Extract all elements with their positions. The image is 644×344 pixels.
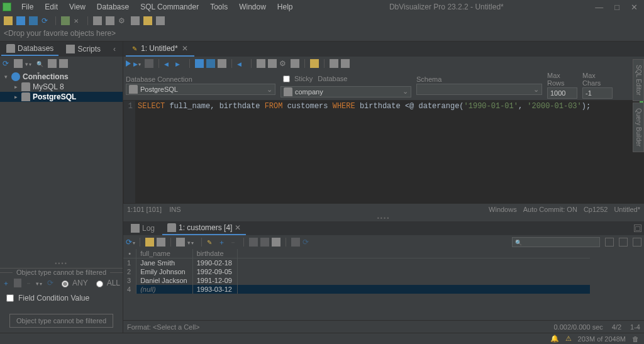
window-close-button[interactable]: ✕ <box>631 3 638 12</box>
cell[interactable]: (null) <box>136 285 193 294</box>
result-grid[interactable]: • full_name birthdate 1 Jane Smith 1990-… <box>123 249 644 294</box>
side-tab-query-builder[interactable]: Query Builder <box>633 103 644 152</box>
edit-row-icon[interactable] <box>207 238 216 247</box>
close-tab-icon[interactable]: ✕ <box>182 44 188 53</box>
filter-add-icon[interactable] <box>3 279 10 287</box>
tree-tool-icon[interactable] <box>48 59 57 68</box>
menu-sql-commander[interactable]: SQL Commander <box>135 1 204 13</box>
tree-new-icon[interactable] <box>14 59 23 68</box>
text-view-icon[interactable] <box>619 238 628 247</box>
menu-database[interactable]: Database <box>92 1 134 13</box>
reload-icon[interactable] <box>126 238 135 247</box>
tab-scripts[interactable]: Scripts <box>61 43 106 55</box>
cell[interactable]: Jane Smith <box>136 258 193 268</box>
menu-file[interactable]: File <box>16 1 38 13</box>
maxchars-input[interactable]: -1 <box>582 87 613 99</box>
window-minimize-button[interactable]: — <box>595 3 603 12</box>
format-icon[interactable] <box>257 59 265 68</box>
save-as-icon[interactable] <box>206 59 215 68</box>
filter-apply-button[interactable]: Object type cannot be filtered <box>9 314 113 328</box>
sticky-checkbox[interactable] <box>283 75 290 82</box>
grid-tool-icon[interactable] <box>176 238 185 247</box>
side-tab-sql-editor[interactable]: SQL Editor <box>633 59 644 101</box>
grid-view-icon[interactable] <box>605 238 614 247</box>
tool-icon[interactable] <box>291 59 299 68</box>
tree-root[interactable]: ▾ Connections <box>0 72 123 82</box>
execute-options-icon[interactable] <box>133 59 142 68</box>
chart-view-icon[interactable] <box>633 238 641 247</box>
grid-filter-icon[interactable] <box>187 238 196 247</box>
maxrows-input[interactable]: 1000 <box>547 87 577 99</box>
splitter-handle-icon[interactable]: •••• <box>123 215 644 221</box>
cell[interactable]: Emily Johnson <box>136 267 193 276</box>
save-all-icon[interactable] <box>29 16 38 25</box>
history-back-icon[interactable] <box>164 59 173 68</box>
comment-icon[interactable] <box>268 59 277 68</box>
splitter-handle-icon[interactable]: •••• <box>55 260 68 267</box>
notifications-icon[interactable]: 🔔 <box>550 335 559 343</box>
cell[interactable]: 1990-02-18 <box>192 258 237 268</box>
sql-code[interactable]: SELECT full_name, birthdate FROM custome… <box>135 101 643 203</box>
cell[interactable]: Daniel Jackson <box>136 276 193 285</box>
sql-settings-icon[interactable] <box>279 59 288 68</box>
menu-view[interactable]: View <box>64 1 91 13</box>
autocommit-icon[interactable] <box>310 59 319 68</box>
close-tab-icon[interactable]: ✕ <box>235 223 241 232</box>
twisty-icon[interactable]: ▾ <box>3 74 9 80</box>
warning-icon[interactable]: ⚠ <box>565 335 572 343</box>
condition-checkbox[interactable] <box>6 294 14 302</box>
twisty-icon[interactable]: ▸ <box>13 84 19 90</box>
trash-icon[interactable]: 🗑 <box>632 335 639 343</box>
column-header[interactable]: full_name <box>136 249 193 258</box>
radio-any[interactable] <box>62 280 69 287</box>
tree-tool-icon-2[interactable] <box>59 59 68 68</box>
menu-tools[interactable]: Tools <box>205 1 233 13</box>
add-row-icon[interactable] <box>218 238 227 247</box>
tree-refresh-icon[interactable] <box>3 59 11 68</box>
tool-icon-3[interactable] <box>156 16 165 25</box>
execute-icon[interactable] <box>126 60 131 67</box>
filter-all-radio[interactable]: ALL <box>93 279 120 287</box>
table-row[interactable]: 4 (null) 1993-03-12 <box>123 285 590 294</box>
tool-icon[interactable] <box>106 16 114 25</box>
table-row[interactable]: 1 Jane Smith 1990-02-18 <box>123 258 590 268</box>
explain-icon[interactable] <box>330 59 338 68</box>
filter-any-radio[interactable]: ANY <box>58 279 88 287</box>
export-icon[interactable] <box>145 238 154 247</box>
twisty-icon[interactable]: ▸ <box>13 94 19 100</box>
connection-tree[interactable]: ▾ Connections ▸ MySQL 8 ▸ PostgreSQL <box>0 70 123 103</box>
save-icon[interactable] <box>16 16 25 25</box>
favorites-bar[interactable]: <Drop your favorite objects here> <box>0 28 644 42</box>
refresh-icon[interactable] <box>42 16 50 25</box>
tx-icon[interactable] <box>272 238 280 247</box>
table-row[interactable]: 2 Emily Johnson 1992-09-05 <box>123 267 590 276</box>
table-row[interactable]: 3 Daniel Jackson 1991-12-09 <box>123 276 590 285</box>
connection-select[interactable]: PostgreSQL <box>126 84 275 95</box>
menu-edit[interactable]: Edit <box>40 1 63 13</box>
editor-tab[interactable]: ✎ 1: Untitled* ✕ <box>126 42 194 57</box>
cell[interactable]: 1993-03-12 <box>192 285 237 294</box>
disconnect-icon[interactable] <box>74 16 82 25</box>
sql-editor[interactable]: 1 SELECT full_name, birthdate FROM custo… <box>123 100 644 204</box>
connect-icon[interactable] <box>61 16 70 25</box>
open-icon[interactable] <box>4 16 13 25</box>
tree-filter-icon[interactable] <box>25 59 34 68</box>
new-icon[interactable] <box>218 59 226 68</box>
filter-type-icon[interactable] <box>36 279 43 287</box>
settings-icon[interactable] <box>118 16 127 25</box>
column-header[interactable]: birthdate <box>192 249 237 258</box>
filter-condition-row[interactable]: Field Condition Value <box>3 291 120 305</box>
tab-result[interactable]: 1: customers [4] ✕ <box>162 221 246 235</box>
tab-log[interactable]: Log <box>126 222 160 235</box>
tool-icon-2[interactable] <box>131 16 140 25</box>
save-sql-icon[interactable] <box>195 59 204 68</box>
tree-node-postgresql[interactable]: ▸ PostgreSQL <box>0 92 123 102</box>
prev-icon[interactable] <box>237 59 246 68</box>
cell[interactable]: 1991-12-09 <box>192 276 237 285</box>
cell[interactable]: 1992-09-05 <box>192 267 237 276</box>
history-fwd-icon[interactable] <box>175 59 184 68</box>
new-sql-icon[interactable] <box>93 16 102 25</box>
database-select[interactable]: company <box>280 86 411 97</box>
result-search-input[interactable] <box>512 237 600 247</box>
nav-back-button[interactable]: ‹ <box>111 45 118 53</box>
